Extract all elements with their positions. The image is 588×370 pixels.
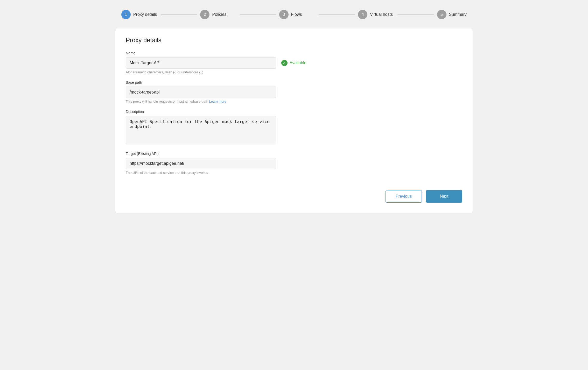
base-path-label: Base path [126, 80, 462, 84]
name-hint: Alphanumeric characters, dash (-) or und… [126, 70, 462, 74]
name-field-row: ✓ Available [126, 57, 462, 69]
base-path-field-group: Base path This proxy will handle request… [126, 80, 462, 103]
previous-button[interactable]: Previous [386, 190, 422, 203]
step-5-label: Summary [449, 12, 467, 17]
target-field-group: Target (Existing API) The URL of the bac… [126, 152, 462, 175]
base-path-input[interactable] [126, 87, 276, 98]
available-text: Available [290, 61, 306, 65]
step-2-circle: 2 [200, 10, 209, 19]
check-icon: ✓ [281, 60, 288, 66]
target-label: Target (Existing API) [126, 152, 462, 156]
step-connector-4 [397, 15, 434, 15]
name-field-group: Name ✓ Available Alphanumeric characters… [126, 51, 462, 74]
step-3: 3 Flows [279, 10, 316, 19]
description-field-group: Description [126, 110, 462, 145]
step-connector-3 [319, 15, 355, 15]
target-input[interactable] [126, 158, 276, 169]
step-1-label: Proxy details [133, 12, 157, 17]
step-4: 4 Virtual hosts [358, 10, 394, 19]
button-row: Previous Next [126, 190, 462, 203]
wizard-container: 1 Proxy details 2 Policies 3 Flows 4 Vir… [115, 5, 473, 213]
description-label: Description [126, 110, 462, 114]
step-2: 2 Policies [200, 10, 236, 19]
step-connector-1 [161, 15, 197, 15]
card-title: Proxy details [126, 37, 462, 44]
step-1-circle: 1 [121, 10, 131, 19]
available-badge: ✓ Available [281, 60, 306, 66]
base-path-hint: This proxy will handle requests on hostn… [126, 99, 462, 103]
step-3-label: Flows [291, 12, 302, 17]
name-label: Name [126, 51, 462, 55]
step-5: 5 Summary [437, 10, 467, 19]
learn-more-link[interactable]: Learn more [209, 99, 226, 103]
step-5-circle: 5 [437, 10, 446, 19]
proxy-details-card: Proxy details Name ✓ Available Alphanume… [115, 28, 473, 213]
next-button[interactable]: Next [426, 190, 462, 203]
description-input[interactable] [126, 116, 276, 144]
stepper: 1 Proxy details 2 Policies 3 Flows 4 Vir… [115, 5, 473, 24]
step-1: 1 Proxy details [121, 10, 158, 19]
step-connector-2 [240, 15, 276, 15]
target-hint: The URL of the backend service that this… [126, 171, 462, 175]
step-4-circle: 4 [358, 10, 367, 19]
step-4-label: Virtual hosts [370, 12, 393, 17]
step-2-label: Policies [212, 12, 226, 17]
name-input[interactable] [126, 57, 276, 69]
step-3-circle: 3 [279, 10, 289, 19]
